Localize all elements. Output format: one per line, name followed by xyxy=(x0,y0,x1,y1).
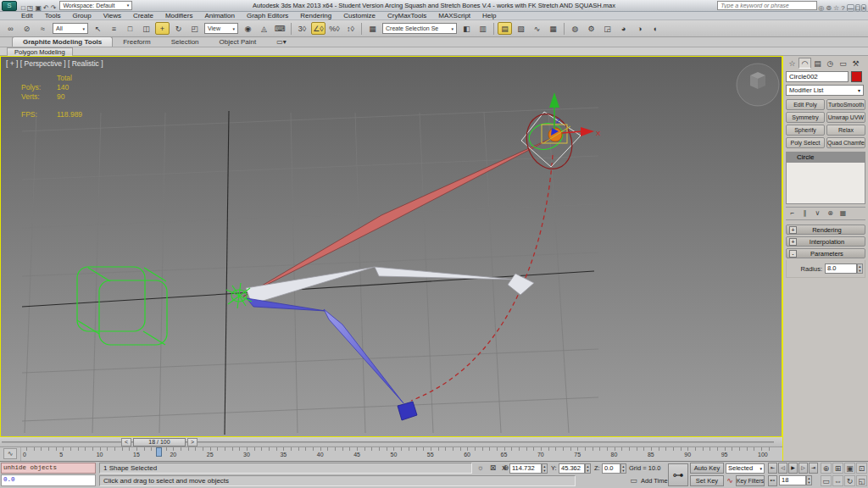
y-spinner[interactable]: ▴▾ xyxy=(585,463,591,474)
play-button[interactable]: ▶ xyxy=(788,463,798,474)
pin-stack-icon[interactable]: ⌐ xyxy=(786,208,798,219)
percent-snap-toggle-icon[interactable]: %◊ xyxy=(327,22,342,35)
ribbon-config-dropdown[interactable]: ▭▾ xyxy=(266,37,297,47)
current-frame-marker[interactable] xyxy=(156,447,162,457)
menu-customize[interactable]: Customize xyxy=(337,12,381,20)
modifier-button-unwrap-uvw[interactable]: Unwrap UVW xyxy=(826,112,865,123)
align-icon[interactable]: ▥ xyxy=(476,22,490,35)
maxscript-mini-listener[interactable]: 0.0 xyxy=(1,474,96,486)
mirror-icon[interactable]: ◧ xyxy=(459,22,474,35)
toggle-layer-explorer-icon[interactable]: ▤ xyxy=(498,22,512,35)
isolate-selection-toggle-icon[interactable]: ☼ xyxy=(474,463,487,474)
white-bone-tip[interactable] xyxy=(508,274,534,295)
blue-bone-2[interactable] xyxy=(324,309,403,403)
viewport-label[interactable]: [ + ] [ Perspective ] [ Realistic ] xyxy=(6,59,103,68)
use-pivot-point-center-icon[interactable]: ◉ xyxy=(241,22,255,35)
x-coord-field[interactable]: 114.732 xyxy=(509,463,542,474)
rendered-frame-window-icon[interactable]: ◲ xyxy=(600,22,615,35)
show-end-result-icon[interactable]: ∥ xyxy=(798,208,811,219)
spinner-snap-toggle-icon[interactable]: ↕◊ xyxy=(343,22,358,35)
time-tag-icon[interactable]: ▭ xyxy=(629,475,638,486)
new-scene-icon[interactable]: □ xyxy=(21,4,25,12)
angle-snap-toggle-icon[interactable]: ∠◊ xyxy=(311,22,326,35)
tab-create[interactable]: ☆ xyxy=(786,58,798,69)
select-and-rotate-icon[interactable]: ↻ xyxy=(171,22,186,35)
tab-display[interactable]: ▭ xyxy=(837,58,849,69)
menu-graph-editors[interactable]: Graph Editors xyxy=(241,12,294,20)
transform-gizmo[interactable]: X Z xyxy=(520,92,601,175)
y-coord-field[interactable]: 45.362 xyxy=(559,463,585,474)
make-unique-icon[interactable]: ∨ xyxy=(811,208,824,219)
workspace-dropdown[interactable]: Workspace: Default▾ xyxy=(59,1,132,10)
render-iterative-icon[interactable]: ◑ xyxy=(632,22,647,35)
previous-frame-arrow[interactable]: < xyxy=(121,438,131,446)
selection-lock-toggle-icon[interactable]: ⊠ xyxy=(487,463,499,474)
rollout-parameters[interactable]: -Parameters xyxy=(786,248,865,258)
track-bar-ruler[interactable]: 0510152025303540455055606570758085909510… xyxy=(20,447,771,461)
select-object-icon[interactable]: ↖ xyxy=(91,22,105,35)
save-file-icon[interactable]: ▣ xyxy=(35,4,42,12)
zoom-all-icon[interactable]: ⊞ xyxy=(832,463,843,474)
view-cube[interactable] xyxy=(737,64,779,106)
object-name-field[interactable]: Circle002 xyxy=(786,71,849,82)
open-file-icon[interactable]: ◳ xyxy=(27,4,34,12)
perspective-viewport[interactable]: X Z [ + ] [ Perspective ] [ Realistic ] … xyxy=(0,56,782,437)
menu-create[interactable]: Create xyxy=(127,12,159,20)
rollout-rendering[interactable]: +Rendering xyxy=(786,225,865,235)
radius-spinner[interactable]: ▴▾ xyxy=(857,263,863,274)
graphite-ribbon-toggle-icon[interactable]: ▧ xyxy=(514,22,528,35)
x-spinner[interactable]: ▴▾ xyxy=(542,463,548,474)
pan-view-icon[interactable]: ⇔ xyxy=(832,475,843,486)
menu-modifiers[interactable]: Modifiers xyxy=(159,12,198,20)
select-and-manipulate-icon[interactable]: ◬ xyxy=(257,22,271,35)
configure-modifier-sets-icon[interactable]: ▦ xyxy=(837,208,849,219)
zoom-region-icon[interactable]: ▭ xyxy=(821,475,832,486)
schematic-view-icon[interactable]: ▦ xyxy=(546,22,560,35)
modifier-button-relax[interactable]: Relax xyxy=(826,125,865,136)
window-crossing-toggle-icon[interactable]: ◫ xyxy=(139,22,153,35)
communication-center-icon[interactable]: ⊚ xyxy=(826,4,832,12)
modifier-button-quad-chamfer[interactable]: Quad Chamfer xyxy=(826,137,865,148)
rollout-toggle-icon[interactable]: + xyxy=(789,238,797,246)
remove-modifier-icon[interactable]: ⊗ xyxy=(824,208,837,219)
selection-filter-dropdown[interactable]: All▾ xyxy=(53,23,88,34)
menu-crymaxtools[interactable]: CryMaxTools xyxy=(381,12,432,20)
modifier-button-poly-select[interactable]: Poly Select xyxy=(786,137,825,148)
zoom-extents-all-icon[interactable]: ⊡ xyxy=(856,463,867,474)
modifier-button-turbosmooth[interactable]: TurboSmooth xyxy=(826,99,865,110)
time-slider-handle[interactable]: 18 / 100 xyxy=(133,438,186,446)
favorites-icon[interactable]: ☆ xyxy=(833,4,839,12)
macro-recorder-line[interactable]: unhide objects xyxy=(1,463,96,474)
ribbon-tab-selection[interactable]: Selection xyxy=(161,37,209,47)
new-key-icon[interactable]: ∿ xyxy=(726,475,734,486)
menu-group[interactable]: Group xyxy=(66,12,97,20)
rollout-toggle-icon[interactable]: + xyxy=(789,226,797,234)
named-selection-set-dropdown[interactable]: Create Selection Se▾ xyxy=(382,23,457,34)
help-icon[interactable]: ? xyxy=(841,4,844,12)
search-input[interactable] xyxy=(717,1,817,10)
ribbon-tab-graphite-modeling-tools[interactable]: Graphite Modeling Tools xyxy=(12,36,113,47)
tab-modify[interactable]: ◠ xyxy=(798,58,811,69)
curve-editor-icon[interactable]: ∿ xyxy=(530,22,544,35)
modifier-button-edit-poly[interactable]: Edit Poly xyxy=(786,99,825,110)
close-button[interactable]: × xyxy=(861,4,866,12)
maximize-viewport-toggle-icon[interactable]: ◱ xyxy=(856,475,867,486)
key-mode-toggle[interactable]: ⊷ xyxy=(768,475,777,486)
blue-cube[interactable] xyxy=(398,402,417,420)
rollout-toggle-icon[interactable]: - xyxy=(789,250,797,258)
menu-animation[interactable]: Animation xyxy=(198,12,241,20)
go-to-start-button[interactable]: ⇤ xyxy=(768,463,777,474)
menu-help[interactable]: Help xyxy=(476,12,502,20)
ribbon-tab-freeform[interactable]: Freeform xyxy=(113,37,160,47)
previous-frame-button[interactable]: ◁ xyxy=(778,463,787,474)
object-color-swatch[interactable] xyxy=(851,71,862,82)
modifier-list-dropdown[interactable]: Modifier List▾ xyxy=(786,85,864,96)
modifier-button-symmetry[interactable]: Symmetry xyxy=(786,112,825,123)
z-coord-field[interactable]: 0.0 xyxy=(602,463,620,474)
minimize-button[interactable]: — xyxy=(847,4,854,12)
tab-motion[interactable]: ◷ xyxy=(824,58,837,69)
frame-spinner[interactable]: ▴▾ xyxy=(806,475,812,485)
select-by-name-icon[interactable]: ≡ xyxy=(107,22,121,35)
modifier-button-spherify[interactable]: Spherify xyxy=(786,125,825,136)
reference-coordinate-dropdown[interactable]: View▾ xyxy=(204,23,238,34)
